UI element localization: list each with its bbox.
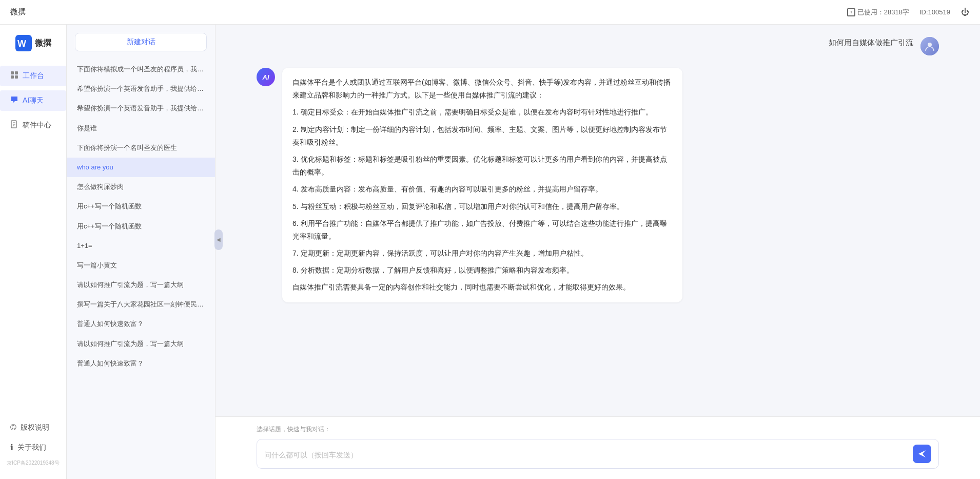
history-item[interactable]: 希望你扮演一个英语发音助手，我提供给你... (67, 79, 215, 99)
svg-text:W: W (17, 39, 26, 49)
workspace-icon (10, 71, 18, 81)
drafts-icon (10, 120, 18, 130)
new-chat-button[interactable]: 新建对话 (75, 33, 207, 51)
history-item[interactable]: 用c++写一个随机函数 (67, 197, 215, 216)
copyright-icon: © (10, 423, 16, 432)
message-bubble-ai: 自媒体平台是个人或团队通过互联网平台(如博客、微博、微信公众号、抖音、快手等)发… (282, 68, 682, 302)
info-icon: ℹ (10, 443, 13, 452)
icp-text: 京ICP备2022019348号 (0, 457, 66, 469)
message-paragraph: 8. 分析数据：定期分析数据，了解用户反馈和喜好，以便调整推广策略和内容发布频率… (292, 264, 672, 277)
logo-icon: W (15, 35, 32, 51)
svg-point-10 (928, 43, 932, 47)
logo-text: 微撰 (35, 38, 51, 49)
main-layout: W 微撰 工作台 AI聊天 稿件中心 © 版权说明 (0, 25, 980, 479)
history-item[interactable]: 写一篇小黄文 (67, 256, 215, 275)
message-row-user: 如何用自媒体做推广引流 (257, 37, 939, 55)
nav-item-ai-chat[interactable]: AI聊天 (0, 90, 66, 111)
history-sidebar: 新建对话 下面你将模拟成一个叫圣友的程序员，我说...希望你扮演一个英语发音助手… (67, 25, 215, 479)
history-item[interactable]: who are you (67, 158, 215, 177)
history-item[interactable]: 用c++写一个随机函数 (67, 217, 215, 236)
nav-label-workspace: 工作台 (23, 71, 44, 81)
history-item[interactable]: 你是谁 (67, 119, 215, 138)
svg-rect-4 (11, 75, 14, 79)
nav-item-drafts[interactable]: 稿件中心 (0, 115, 66, 136)
history-item[interactable]: 怎么做狗屎炒肉 (67, 177, 215, 197)
svg-rect-5 (15, 75, 18, 79)
svg-rect-2 (11, 71, 14, 74)
send-icon (917, 449, 927, 458)
chat-input[interactable] (264, 451, 908, 463)
user-avatar-inner (920, 37, 939, 55)
avatar-ai: AI (257, 68, 275, 86)
message-paragraph: 5. 与粉丝互动：积极与粉丝互动，回复评论和私信，可以增加用户对你的认可和信任，… (292, 200, 672, 213)
history-item[interactable]: 下面你将扮演一个名叫圣友的医生 (67, 138, 215, 158)
ai-chat-icon (10, 95, 18, 106)
chat-bottom: 选择话题，快速与我对话： (215, 416, 980, 479)
nav-bottom: © 版权说明 ℹ 关于我们 京ICP备2022019348号 (0, 418, 66, 469)
history-item[interactable]: 撰写一篇关于八大家花园社区一刻钟便民生... (67, 295, 215, 314)
user-id: ID:100519 (919, 8, 950, 16)
message-row-ai: AI自媒体平台是个人或团队通过互联网平台(如博客、微博、微信公众号、抖音、快手等… (257, 68, 939, 302)
nav-label-drafts: 稿件中心 (23, 121, 51, 130)
chat-messages: 如何用自媒体做推广引流AI自媒体平台是个人或团队通过互联网平台(如博客、微博、微… (215, 25, 980, 416)
message-paragraph: 3. 优化标题和标签：标题和标签是吸引粉丝的重要因素。优化标题和标签可以让更多的… (292, 153, 672, 179)
message-paragraph: 2. 制定内容计划：制定一份详细的内容计划，包括发布时间、频率、主题、文案、图片… (292, 123, 672, 149)
nav-item-workspace[interactable]: 工作台 (0, 66, 66, 86)
input-row (257, 439, 939, 469)
topbar-title: 微撰 (10, 7, 26, 17)
usage-text: 已使用：28318字 (857, 8, 909, 17)
collapse-sidebar-button[interactable]: ◀ (214, 229, 223, 250)
ai-message-content: 自媒体平台是个人或团队通过互联网平台(如博客、微博、微信公众号、抖音、快手等)发… (292, 76, 672, 294)
history-item[interactable]: 普通人如何快速致富？ (67, 354, 215, 373)
topbar-right: T 已使用：28318字 ID:100519 ⏻ (847, 8, 970, 17)
history-item[interactable]: 希望你扮演一个英语发音助手，我提供给你... (67, 99, 215, 118)
nav-label-copyright: 版权说明 (21, 423, 49, 432)
usage-indicator: T 已使用：28318字 (847, 8, 909, 17)
left-sidebar: W 微撰 工作台 AI聊天 稿件中心 © 版权说明 (0, 25, 67, 479)
nav-item-about[interactable]: ℹ 关于我们 (0, 437, 66, 457)
message-paragraph: 6. 利用平台推广功能：自媒体平台都提供了推广功能，如广告投放、付费推广等，可以… (292, 217, 672, 243)
send-button[interactable] (913, 445, 931, 463)
history-item[interactable]: 请以如何推广引流为题，写一篇大纲 (67, 334, 215, 354)
nav-label-ai-chat: AI聊天 (23, 96, 44, 105)
logo-area: W 微撰 (15, 35, 51, 51)
quick-topics-label: 选择话题，快速与我对话： (257, 425, 939, 434)
message-paragraph: 7. 定期更新：定期更新内容，保持活跃度，可以让用户对你的内容产生兴趣，增加用户… (292, 247, 672, 260)
message-paragraph: 1. 确定目标受众：在开始自媒体推广引流之前，需要明确目标受众是谁，以便在发布内… (292, 106, 672, 119)
message-bubble-user: 如何用自媒体做推广引流 (829, 37, 913, 49)
logout-button[interactable]: ⏻ (961, 8, 970, 17)
message-paragraph: 自媒体推广引流需要具备一定的内容创作和社交能力，同时也需要不断尝试和优化，才能取… (292, 281, 672, 294)
history-item[interactable]: 下面你将模拟成一个叫圣友的程序员，我说... (67, 60, 215, 79)
avatar-user (920, 37, 939, 55)
usage-icon: T (847, 8, 855, 16)
nav-item-copyright[interactable]: © 版权说明 (0, 418, 66, 437)
message-paragraph: 自媒体平台是个人或团队通过互联网平台(如博客、微博、微信公众号、抖音、快手等)发… (292, 76, 672, 102)
history-item[interactable]: 普通人如何快速致富？ (67, 314, 215, 334)
history-list: 下面你将模拟成一个叫圣友的程序员，我说...希望你扮演一个英语发音助手，我提供给… (67, 60, 215, 373)
nav-label-about: 关于我们 (17, 443, 46, 452)
topbar: 微撰 T 已使用：28318字 ID:100519 ⏻ (0, 0, 980, 25)
history-item[interactable]: 请以如何推广引流为题，写一篇大纲 (67, 275, 215, 295)
chat-area: 如何用自媒体做推广引流AI自媒体平台是个人或团队通过互联网平台(如博客、微博、微… (215, 25, 980, 479)
message-paragraph: 4. 发布高质量内容：发布高质量、有价值、有趣的内容可以吸引更多的粉丝，并提高用… (292, 183, 672, 196)
history-item[interactable]: 1+1= (67, 236, 215, 256)
svg-rect-3 (15, 71, 18, 74)
